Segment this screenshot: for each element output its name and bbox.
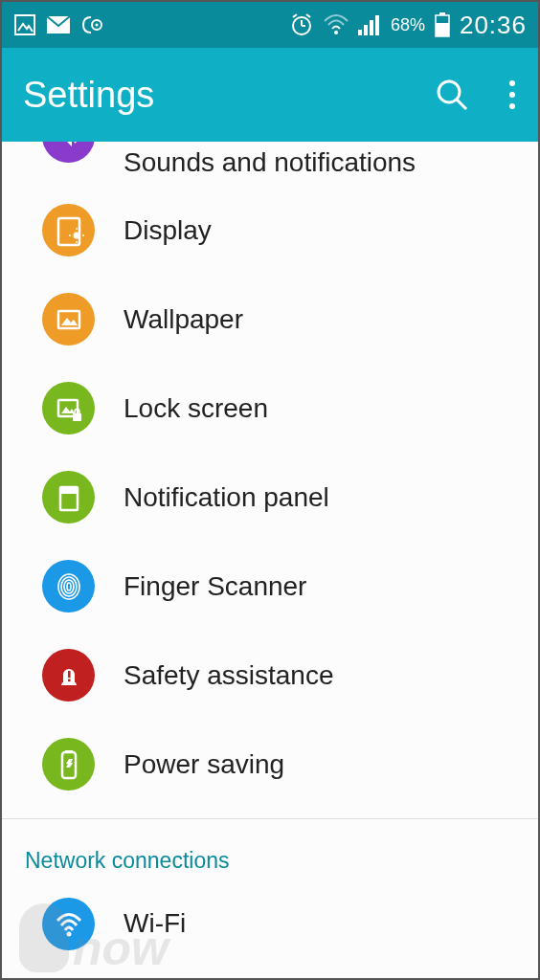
alert-icon [42,649,95,702]
battery-percent: 68% [391,15,425,35]
svg-point-9 [334,31,338,34]
svg-point-20 [509,92,515,98]
settings-item-label: Sounds and notifications [124,147,416,178]
settings-item-label: Notification panel [124,482,329,513]
settings-item-label: Display [124,215,212,246]
svg-marker-30 [61,318,78,325]
wifi-icon [42,898,95,950]
clock-time: 20:36 [460,11,527,40]
display-icon [42,204,95,256]
fingerprint-icon [42,560,95,612]
settings-item-wifi[interactable]: Wi-Fi [2,885,538,962]
beam-icon [80,14,109,35]
page-title: Settings [23,75,435,116]
svg-rect-12 [370,20,373,35]
settings-item-label: Finger Scanner [124,571,306,602]
svg-point-19 [509,80,515,86]
svg-line-18 [457,100,466,109]
svg-rect-43 [65,750,73,753]
settings-item-sounds[interactable]: Sounds and notifications [2,142,538,186]
svg-point-21 [509,103,515,109]
settings-list: Sounds and notifications Display Wallpap… [2,142,538,962]
svg-rect-10 [358,30,362,35]
panel-icon [42,471,95,523]
recycle-icon [42,738,95,791]
svg-line-7 [293,14,297,17]
wifi-icon [324,14,349,35]
settings-item-lockscreen[interactable]: Lock screen [2,364,538,453]
signal-icon [358,14,381,35]
section-header-network: Network connections [2,819,538,885]
settings-item-fingerprint[interactable]: Finger Scanner [2,542,538,631]
settings-item-powersaving[interactable]: Power saving [2,720,538,809]
svg-rect-23 [58,218,79,245]
svg-point-38 [64,580,74,593]
svg-rect-11 [364,25,368,35]
picture-icon [42,293,95,345]
svg-rect-16 [436,23,449,36]
settings-item-label: Wi-Fi [124,908,186,939]
settings-item-label: Wallpaper [124,304,243,335]
svg-line-8 [306,14,310,17]
mail-icon [46,15,71,34]
svg-rect-13 [375,15,379,35]
alarm-icon [289,12,314,37]
search-icon[interactable] [435,78,469,112]
settings-item-label: Safety assistance [124,660,333,691]
svg-rect-41 [68,679,71,681]
app-bar: Settings [2,48,538,142]
svg-marker-32 [61,407,75,413]
settings-item-label: Power saving [124,749,284,780]
more-icon[interactable] [507,78,517,112]
svg-point-17 [439,81,460,102]
svg-point-44 [66,932,71,937]
status-bar: 68% 20:36 [2,2,538,48]
svg-point-39 [67,583,71,590]
svg-rect-33 [73,413,81,421]
lock-picture-icon [42,382,95,434]
settings-item-notifpanel[interactable]: Notification panel [2,453,538,542]
svg-point-24 [73,232,79,238]
settings-item-safety[interactable]: Safety assistance [2,631,538,720]
battery-icon [435,12,450,37]
settings-item-label: Lock screen [124,393,268,424]
image-icon [13,13,36,36]
settings-item-display[interactable]: Display [2,186,538,275]
volume-icon [42,142,95,163]
settings-item-wallpaper[interactable]: Wallpaper [2,275,538,364]
svg-rect-40 [68,671,71,678]
svg-marker-22 [60,142,72,146]
svg-rect-29 [58,311,79,328]
svg-point-3 [96,24,99,27]
svg-rect-35 [60,487,78,494]
